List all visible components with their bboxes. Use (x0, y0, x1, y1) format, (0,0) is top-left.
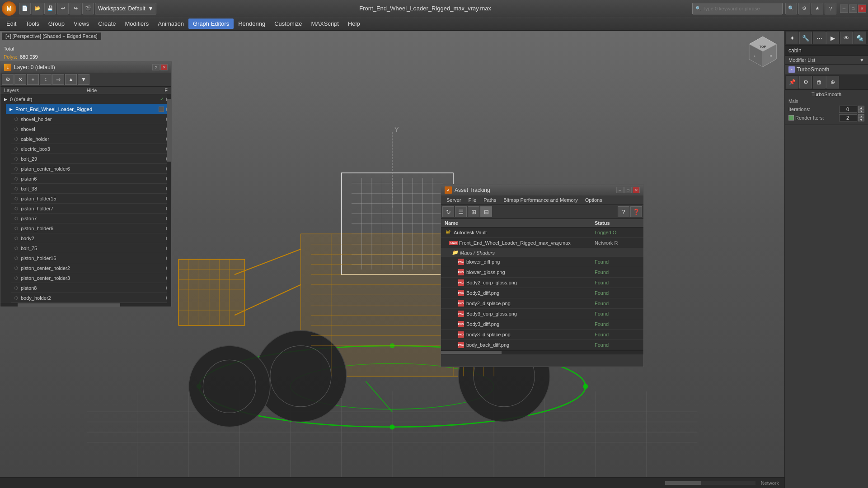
star-button[interactable]: ★ (812, 3, 823, 14)
layer-row-piston-center-holder3[interactable]: ⬡ piston_center_holder3 (11, 273, 171, 283)
menu-edit[interactable]: Edit (2, 19, 21, 29)
search-button[interactable]: 🔍 (785, 3, 797, 14)
modify-panel-icon[interactable]: 🔧 (799, 32, 812, 44)
asset-row-autodesk-vault[interactable]: 🏛 Autodesk Vault Logged O (441, 228, 643, 238)
asset-row-body2-diff[interactable]: PNG Body2_diff.png Found (441, 288, 643, 298)
layer-row-piston7[interactable]: ⬡ piston7 (11, 214, 171, 223)
layer-dialog-close[interactable]: ✕ (160, 64, 168, 70)
redo-button[interactable]: ↪ (70, 3, 81, 14)
add-modifier-button[interactable]: ⊕ (826, 76, 839, 88)
asset-maximize-button[interactable]: □ (624, 187, 632, 193)
iterations-up[interactable]: ▲ (858, 106, 864, 109)
layer-select-icon[interactable]: ⇒ (52, 74, 64, 85)
layer-row-piston-holder7[interactable]: ⬡ piston_holder7 (11, 204, 171, 214)
menu-animation[interactable]: Animation (153, 19, 188, 29)
render-iters-checkbox[interactable] (788, 115, 794, 121)
layer-row-bolt-38[interactable]: ⬡ bolt_38 (11, 184, 171, 194)
modifier-list-dropdown-icon[interactable]: ▼ (859, 57, 864, 63)
asset-hscrollbar[interactable] (441, 350, 643, 354)
layer-row-default[interactable]: ▶ 0 (default) ✓ (0, 94, 171, 104)
layer-list-scrollbar[interactable] (167, 94, 171, 303)
layer-settings-icon[interactable]: ⚙ (2, 74, 14, 85)
asset-menu-bitmap[interactable]: Bitmap Performance and Memory (500, 196, 581, 204)
render-iters-down[interactable]: ▼ (858, 118, 864, 121)
asset-menu-file[interactable]: File (464, 196, 480, 204)
utility-panel-icon[interactable]: 🔩 (854, 32, 866, 44)
create-panel-icon[interactable]: ✦ (786, 32, 798, 44)
layer-scrollbar-thumb[interactable] (167, 99, 171, 162)
asset-minimize-button[interactable]: ─ (616, 187, 624, 193)
close-button[interactable]: ✕ (858, 5, 866, 13)
layer-row-piston-center-holder2[interactable]: ⬡ piston_center_holder2 (11, 263, 171, 273)
undo-button[interactable]: ↩ (57, 3, 69, 14)
asset-row-blower-diff[interactable]: PNG blower_diff.png Found (441, 257, 643, 267)
layer-move-icon[interactable]: ↕ (40, 74, 52, 85)
turbosmooth-modifier[interactable]: ▪ TurboSmooth (785, 65, 868, 75)
asset-row-body2-displace[interactable]: PNG body2_displace.png Found (441, 298, 643, 309)
maximize-button[interactable]: □ (849, 5, 857, 13)
configure-button[interactable]: ⚙ (799, 76, 812, 88)
layer-row-front-end[interactable]: ▶ Front_End_Wheel_Loader_Rigged (6, 104, 171, 114)
menu-group[interactable]: Group (44, 19, 69, 29)
menu-customize[interactable]: Customize (270, 19, 306, 29)
asset-detail-view-button[interactable]: ⊞ (468, 206, 479, 217)
menu-help[interactable]: Help (343, 19, 365, 29)
iterations-input[interactable] (839, 106, 857, 113)
layer-down-icon[interactable]: ▼ (78, 74, 89, 85)
asset-row-body2-corp-gloss[interactable]: PNG Body2_corp_gloss.png Found (441, 278, 643, 288)
menu-graph-editors[interactable]: Graph Editors (188, 19, 234, 29)
layer-row-shovel[interactable]: ⬡ shovel (11, 124, 171, 134)
asset-menu-options[interactable]: Options (582, 196, 606, 204)
remove-modifier-button[interactable]: 🗑 (813, 76, 826, 88)
pin-button[interactable]: 📌 (786, 76, 798, 88)
layer-up-icon[interactable]: ▲ (65, 74, 77, 85)
menu-maxscript[interactable]: MAXScript (307, 19, 343, 29)
save-file-button[interactable]: 💾 (44, 3, 56, 14)
menu-modifiers[interactable]: Modifiers (120, 19, 153, 29)
asset-row-body3-corp-gloss[interactable]: PNG Body3_corp_gloss.png Found (441, 309, 643, 319)
minimize-button[interactable]: ─ (840, 5, 848, 13)
asset-row-body3-displace[interactable]: PNG body3_displace.png Found (441, 330, 643, 340)
layer-row-bolt-75[interactable]: ⬡ bolt_75 (11, 243, 171, 253)
asset-row-body3-diff[interactable]: PNG Body3_diff.png Found (441, 319, 643, 330)
menu-tools[interactable]: Tools (21, 19, 43, 29)
workspace-selector[interactable]: Workspace: Default ▼ (95, 3, 156, 14)
layer-dialog-question[interactable]: ? (152, 64, 160, 70)
asset-category-maps[interactable]: 📁 Maps / Shaders (441, 248, 643, 257)
layer-row-electric-box3[interactable]: ⬡ electric_box3 (11, 144, 171, 154)
help-button[interactable]: ? (825, 3, 836, 14)
layer-row-piston6[interactable]: ⬡ piston6 (11, 174, 171, 184)
layer-row-piston-holder6[interactable]: ⬡ piston_holder6 (11, 223, 171, 233)
asset-help2-button[interactable]: ❓ (630, 206, 642, 217)
asset-row-front-end-file[interactable]: MAX Front_End_Wheel_Loader_Rigged_max_vr… (441, 238, 643, 248)
layer-row-body2[interactable]: ⬡ body2 (11, 233, 171, 243)
viewport-cube[interactable]: TOP R L (745, 34, 781, 70)
display-panel-icon[interactable]: 👁 (840, 32, 853, 44)
asset-hscroll-thumb[interactable] (441, 351, 502, 354)
layer-delete-icon[interactable]: ✕ (14, 74, 26, 85)
asset-menu-paths[interactable]: Paths (480, 196, 500, 204)
iterations-down[interactable]: ▼ (858, 109, 864, 113)
object-name-input[interactable] (785, 46, 868, 56)
layer-row-bolt-29[interactable]: ⬡ bolt_29 (11, 154, 171, 164)
layer-row-piston-holder15[interactable]: ⬡ piston_holder15 (11, 194, 171, 204)
menu-create[interactable]: Create (94, 19, 120, 29)
layer-row-body-holder2[interactable]: ⬡ body_holder2 (11, 293, 171, 303)
layer-row-shovel-holder[interactable]: ⬡ shovel_holder (11, 114, 171, 124)
asset-row-body-back-diff[interactable]: PNG body_back_diff.png Found (441, 340, 643, 350)
new-file-button[interactable]: 📄 (19, 3, 31, 14)
search-box[interactable]: 🔍 Type 0 keyword or phrase (692, 3, 783, 14)
layer-row-piston-center-holder6[interactable]: ⬡ piston_center_holder6 (11, 164, 171, 174)
scene-button[interactable]: 🎬 (82, 3, 94, 14)
asset-menu-server[interactable]: Server (443, 196, 464, 204)
asset-close-button[interactable]: ✕ (633, 187, 640, 193)
menu-views[interactable]: Views (69, 19, 94, 29)
layer-row-piston8[interactable]: ⬡ piston8 (11, 283, 171, 293)
asset-refresh-button[interactable]: ↻ (442, 206, 454, 217)
layer-row-piston-holder16[interactable]: ⬡ piston_holder16 (11, 253, 171, 263)
menu-rendering[interactable]: Rendering (234, 19, 270, 29)
render-iters-input[interactable] (839, 114, 857, 121)
layer-add-icon[interactable]: + (27, 74, 39, 85)
render-iters-up[interactable]: ▲ (858, 114, 864, 118)
open-file-button[interactable]: 📂 (32, 3, 43, 14)
